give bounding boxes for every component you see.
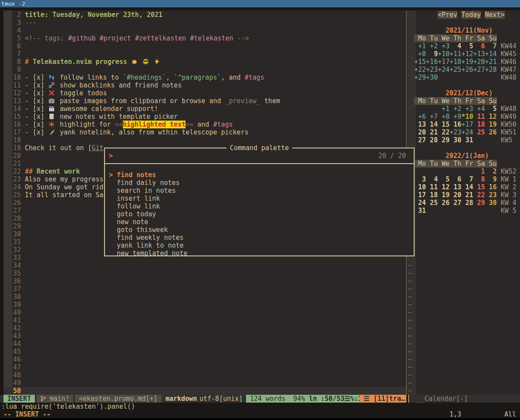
editor-line-17[interactable]: 17- [x] yank notelink, also from wthin t… xyxy=(3,128,280,136)
palette-item-find-notes[interactable]: > find notes xyxy=(105,171,414,179)
calendar-day[interactable]: 13 xyxy=(414,121,426,128)
calendar-day[interactable]: 16 xyxy=(449,121,461,128)
calendar-day[interactable]: +21 xyxy=(485,58,497,66)
calendar-day[interactable]: 26 xyxy=(438,199,449,207)
calendar-day[interactable]: +1 xyxy=(438,105,449,113)
calendar-day[interactable]: 20 xyxy=(449,191,461,199)
palette-prompt-input[interactable]: > 20 / 20 xyxy=(105,148,414,164)
calendar-day[interactable]: 11 xyxy=(473,113,485,121)
calendar-day[interactable]: +27 xyxy=(473,66,485,74)
calendar-day[interactable]: +28 xyxy=(485,66,497,74)
calendar-day[interactable]: +17 xyxy=(438,58,449,66)
calendar-day[interactable]: +30 xyxy=(426,74,438,81)
calendar-day[interactable]: 30 xyxy=(449,136,461,144)
calendar-day[interactable]: 7 xyxy=(485,42,497,50)
calendar-day[interactable]: +23 xyxy=(449,128,461,136)
calendar-day[interactable]: +3 xyxy=(461,105,473,113)
calendar-day[interactable]: +1 xyxy=(414,42,426,50)
calendar-day[interactable]: 25 xyxy=(426,199,438,207)
calendar-day[interactable]: 13 xyxy=(449,183,461,191)
palette-item-find-daily-notes[interactable]: find daily notes xyxy=(105,179,414,187)
editor-line-37[interactable]: 37 xyxy=(3,285,280,293)
calendar-day[interactable]: 18 xyxy=(426,191,438,199)
calendar-day[interactable]: 14 xyxy=(426,121,438,128)
calendar-day[interactable]: 22 xyxy=(438,128,449,136)
palette-item-goto-thisweek[interactable]: goto thisweek xyxy=(105,226,414,234)
calendar-day[interactable]: +6 xyxy=(414,113,426,121)
calendar-day[interactable]: +20 xyxy=(473,58,485,66)
editor-line-44[interactable]: 44 xyxy=(3,340,280,348)
editor-line-47[interactable]: 47 xyxy=(3,363,280,371)
calendar-day[interactable]: 4 xyxy=(426,175,438,183)
calendar-day[interactable]: 8 xyxy=(473,175,485,183)
calendar-day[interactable]: 7 xyxy=(461,175,473,183)
calendar-day[interactable]: 16 xyxy=(485,183,497,191)
calendar-day[interactable]: 9 xyxy=(426,50,438,58)
calendar-day[interactable]: +24 xyxy=(438,66,449,74)
calendar-day[interactable]: 22 xyxy=(473,191,485,199)
calendar-day[interactable]: 30 xyxy=(485,199,497,207)
calendar-day[interactable]: 28 xyxy=(461,199,473,207)
editor-line-6[interactable]: 6 xyxy=(3,42,280,50)
editor-line-34[interactable]: 34 xyxy=(3,262,280,269)
editor-line-42[interactable]: 42 xyxy=(3,324,280,332)
calendar-day[interactable]: 27 xyxy=(449,199,461,207)
calendar-day[interactable]: 12 xyxy=(438,183,449,191)
calendar-day[interactable]: +24 xyxy=(461,128,473,136)
calendar-day[interactable]: 5 xyxy=(461,42,473,50)
editor-line-2[interactable]: 2title: Tuesday, November 23th, 2021 xyxy=(3,11,280,19)
editor-line-12[interactable]: 12- [x] toggle todos xyxy=(3,89,280,97)
calendar-day[interactable]: +29 xyxy=(414,74,426,81)
calendar-day[interactable]: 17 xyxy=(414,191,426,199)
calendar-day[interactable]: 5 xyxy=(485,105,497,113)
editor-line-3[interactable]: 3--- xyxy=(3,19,280,27)
calendar-day[interactable]: +26 xyxy=(461,66,473,74)
editor-line-48[interactable]: 48 xyxy=(3,371,280,379)
calendar-day[interactable]: 15 xyxy=(438,121,449,128)
calendar-day[interactable]: 14 xyxy=(461,183,473,191)
calendar-day[interactable]: +3 xyxy=(438,42,449,50)
calendar-day[interactable]: 21 xyxy=(426,128,438,136)
editor-line-49[interactable]: 49 xyxy=(3,379,280,387)
calendar-day[interactable]: +15 xyxy=(414,58,426,66)
editor-line-50[interactable]: 50 xyxy=(3,387,280,395)
editor-line-36[interactable]: 36 xyxy=(3,277,280,285)
calendar-day[interactable]: 24 xyxy=(414,199,426,207)
calendar-day[interactable]: 31 xyxy=(461,136,473,144)
calendar-day[interactable]: +25 xyxy=(449,66,461,74)
calendar-day[interactable]: 6 xyxy=(473,42,485,50)
calendar-day[interactable]: +11 xyxy=(449,50,461,58)
calendar-day[interactable]: +8 xyxy=(438,113,449,121)
editor-line-5[interactable]: 5<!-- tags: #github #project #zettelkast… xyxy=(3,34,280,42)
calendar-day[interactable]: 1 xyxy=(473,168,485,175)
calendar-day[interactable]: *10 xyxy=(461,113,473,121)
command-line[interactable]: :lua require('telekasten').panel() xyxy=(1,403,135,410)
editor-line-39[interactable]: 39 xyxy=(3,301,280,309)
palette-item-search-in-notes[interactable]: search in notes xyxy=(105,187,414,195)
calendar-day[interactable]: +8 xyxy=(414,50,426,58)
calendar-day[interactable]: +19 xyxy=(461,58,473,66)
editor-line-11[interactable]: 11- [x] show backlinks and friend notes xyxy=(3,81,280,89)
editor-line-8[interactable]: 8# Telekasten.nvim progress xyxy=(3,58,280,66)
calendar-today-button[interactable]: Today xyxy=(461,11,481,19)
calendar-day[interactable]: +12 xyxy=(461,50,473,58)
editor-line-35[interactable]: 35 xyxy=(3,269,280,277)
editor-line-13[interactable]: 13- [x] paste images from clipboard or b… xyxy=(3,97,280,105)
calendar-day[interactable]: 6 xyxy=(449,175,461,183)
editor-line-18[interactable]: 18 xyxy=(3,136,280,144)
calendar-day[interactable]: +14 xyxy=(485,50,497,58)
palette-item-new-templated-note[interactable]: new templated note xyxy=(105,249,414,257)
calendar-day[interactable]: 2 xyxy=(485,168,497,175)
calendar-day[interactable]: 29 xyxy=(438,136,449,144)
editor-line-9[interactable]: 9 xyxy=(3,66,280,74)
trouble-diagnostics-badge[interactable]: ☰ [11]tra… xyxy=(360,395,409,403)
editor-line-43[interactable]: 43 xyxy=(3,332,280,340)
editor-line-46[interactable]: 46 xyxy=(3,356,280,363)
editor-line-15[interactable]: 15- [x] new notes with template picker xyxy=(3,113,280,121)
editor-line-10[interactable]: 10- [x] follow links to `#headings`, `^p… xyxy=(3,74,280,81)
calendar-day[interactable]: +17 xyxy=(461,121,473,128)
calendar-day[interactable]: 10 xyxy=(414,183,426,191)
palette-item-find-weekly-notes[interactable]: find weekly notes xyxy=(105,234,414,242)
calendar-day[interactable]: +23 xyxy=(426,66,438,74)
calendar-day[interactable]: 11 xyxy=(426,183,438,191)
